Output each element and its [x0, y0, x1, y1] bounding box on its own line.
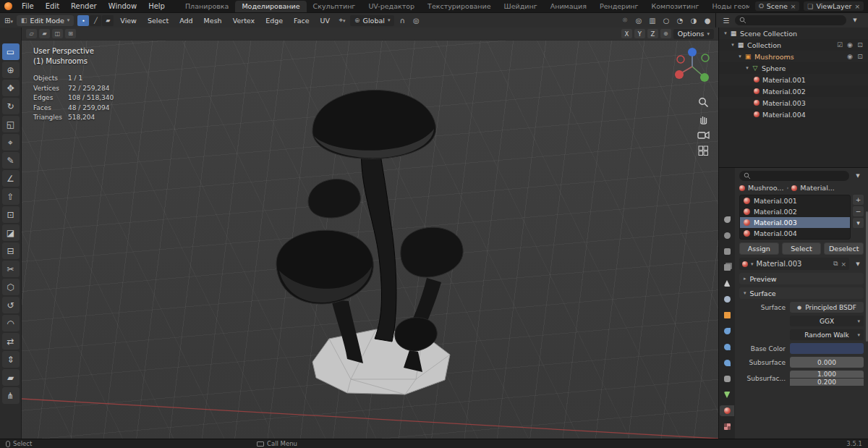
tool-rip-region[interactable]: ⋔: [2, 387, 20, 404]
remove-slot-button[interactable]: −: [853, 206, 864, 216]
tab-material[interactable]: [720, 405, 734, 416]
outliner-row-sphere[interactable]: ▾ ▽ Sphere: [719, 62, 868, 74]
shading-solid-icon[interactable]: ◔: [674, 17, 686, 25]
overlays-icon[interactable]: ◎: [633, 17, 644, 25]
subsurface-slider[interactable]: 0.000: [790, 357, 864, 368]
outliner-row-collection[interactable]: ▾ ▦ Collection ☑ ◉ ⊡: [719, 39, 868, 51]
tool-bevel[interactable]: ◪: [2, 224, 20, 241]
material-datablock[interactable]: ▾ Material.003 ⧉ ×: [739, 258, 849, 270]
tool-settings-icon-3[interactable]: ◫: [52, 29, 63, 38]
radius-y-field[interactable]: 0.200: [790, 379, 864, 386]
camera-view-icon[interactable]: [697, 130, 710, 140]
scene-collection-label[interactable]: Scene Collection: [740, 30, 865, 38]
workspace-tab-modeling[interactable]: Моделирование: [235, 1, 306, 12]
properties-search-input[interactable]: [739, 171, 849, 181]
pan-hand-icon[interactable]: [698, 114, 709, 124]
outliner-editor-icon[interactable]: ☰: [720, 17, 732, 25]
edge-select-button[interactable]: ╱: [90, 15, 101, 26]
material-label[interactable]: Material.002: [762, 88, 865, 96]
tool-settings-icon-2[interactable]: ▰: [39, 29, 50, 38]
tab-view-layer[interactable]: [720, 262, 734, 273]
gizmo-x-axis[interactable]: [675, 70, 684, 79]
scene-unlink-icon[interactable]: ×: [791, 3, 796, 10]
pivot-point-icon[interactable]: ⌖▾: [336, 16, 348, 25]
outliner-filter-icon[interactable]: ▼: [849, 17, 861, 23]
mirror-x-button[interactable]: X: [621, 29, 632, 38]
mushroom-cap-upper-left[interactable]: [308, 179, 360, 218]
expand-icon[interactable]: ▾: [744, 65, 751, 71]
menu-help[interactable]: Help: [143, 1, 170, 11]
workspace-tab-compositing[interactable]: Композитинг: [645, 1, 706, 12]
viewport-3d[interactable]: ▱ ▰ ◫ ⊞ X Y Z ⊕ Options ▾: [22, 28, 718, 439]
unlink-material-icon[interactable]: ×: [841, 261, 846, 268]
mirror-z-button[interactable]: Z: [647, 29, 658, 38]
tool-poly-build[interactable]: ⬡: [2, 279, 20, 295]
workspace-tab-shading[interactable]: Шейдинг: [498, 1, 544, 12]
workspace-tab-texture-paint[interactable]: Текстурирование: [421, 1, 497, 12]
workspace-tab-geometry-nodes[interactable]: Ноды геометрии: [705, 1, 749, 12]
gizmo-x-neg[interactable]: [677, 56, 684, 63]
face-select-button[interactable]: ▰: [102, 15, 114, 26]
expand-icon[interactable]: ▾: [722, 30, 729, 36]
expand-icon[interactable]: ▾: [729, 42, 736, 48]
deselect-button[interactable]: Deselect: [824, 242, 864, 255]
orthographic-grid-icon[interactable]: [698, 145, 709, 156]
tool-transform[interactable]: ⌖: [2, 134, 20, 151]
proportional-edit-icon[interactable]: ◎: [410, 17, 422, 25]
select-button[interactable]: Select: [782, 242, 822, 255]
options-dropdown[interactable]: Options ▾: [673, 29, 714, 39]
tab-modifiers[interactable]: [720, 326, 734, 337]
menu-view[interactable]: View: [116, 15, 141, 26]
tool-knife[interactable]: ✂: [2, 261, 20, 277]
new-material-icon[interactable]: ⧉: [833, 260, 838, 268]
material-browse-icon[interactable]: [742, 261, 748, 267]
snap-magnet-icon[interactable]: ∩: [396, 17, 408, 25]
outliner-row-material-001[interactable]: Material.001: [719, 74, 868, 85]
menu-uv[interactable]: UV: [316, 15, 334, 26]
breadcrumb-object[interactable]: Mushroo...: [748, 184, 783, 192]
tool-edge-slide[interactable]: ⇄: [2, 333, 20, 350]
object-render-icon[interactable]: ⊡: [855, 53, 865, 60]
tool-smooth[interactable]: ◠: [2, 315, 20, 331]
assign-button[interactable]: Assign: [739, 242, 779, 255]
tab-render[interactable]: [720, 230, 734, 241]
viewlayer-unlink-icon[interactable]: ×: [854, 3, 860, 10]
vertex-select-button[interactable]: ∙: [77, 15, 89, 26]
blender-logo-icon[interactable]: [4, 2, 12, 10]
tab-tool[interactable]: [720, 214, 734, 225]
snap-settings-icon[interactable]: ⊕: [660, 29, 671, 38]
workspace-tab-rendering[interactable]: Рендеринг: [593, 1, 645, 12]
material-label[interactable]: Material.003: [762, 99, 865, 107]
shading-rendered-icon[interactable]: ●: [702, 17, 713, 25]
tab-texture[interactable]: [720, 421, 734, 432]
viewlayer-selector[interactable]: ❏ ViewLayer ×: [804, 1, 864, 11]
tool-annotate[interactable]: ✎: [2, 152, 20, 169]
sss-method-dropdown[interactable]: Random Walk ▾: [790, 329, 864, 340]
properties-filter-icon[interactable]: ▼: [852, 173, 864, 179]
gizmo-y-neg[interactable]: [702, 54, 709, 62]
radius-x-field[interactable]: 1.000: [790, 371, 864, 378]
transform-orientation-dropdown[interactable]: ⊕ Global ▾: [350, 15, 394, 26]
gizmo-z-axis[interactable]: [688, 48, 697, 56]
base-color-swatch[interactable]: [790, 343, 864, 354]
tool-measure[interactable]: ∠: [2, 170, 20, 187]
slot-material-002[interactable]: Material.002: [740, 206, 850, 217]
tool-move[interactable]: ✥: [2, 80, 20, 96]
mushroom-stem-main[interactable]: [362, 146, 396, 342]
expand-icon[interactable]: ▾: [736, 54, 744, 59]
workspace-tab-sculpting[interactable]: Скульптинг: [307, 1, 362, 12]
tab-output[interactable]: [720, 246, 734, 257]
slot-material-004[interactable]: Material.004: [740, 228, 850, 239]
tab-physics[interactable]: [720, 358, 734, 368]
mirror-y-button[interactable]: Y: [634, 29, 645, 38]
zoom-icon[interactable]: [698, 97, 709, 108]
workspace-tab-layout[interactable]: Планировка: [179, 1, 235, 12]
workspace-tab-animation[interactable]: Анимация: [544, 1, 593, 12]
distribution-dropdown[interactable]: GGX ▾: [790, 316, 864, 326]
material-label[interactable]: Material.001: [762, 76, 865, 84]
surface-section-header[interactable]: ▾ Surface: [739, 287, 864, 299]
menu-edit[interactable]: Edit: [41, 1, 64, 11]
menu-edge[interactable]: Edge: [261, 15, 287, 26]
object-visibility-icon[interactable]: ◉: [845, 53, 855, 60]
collection-render-icon[interactable]: ⊡: [855, 41, 865, 48]
